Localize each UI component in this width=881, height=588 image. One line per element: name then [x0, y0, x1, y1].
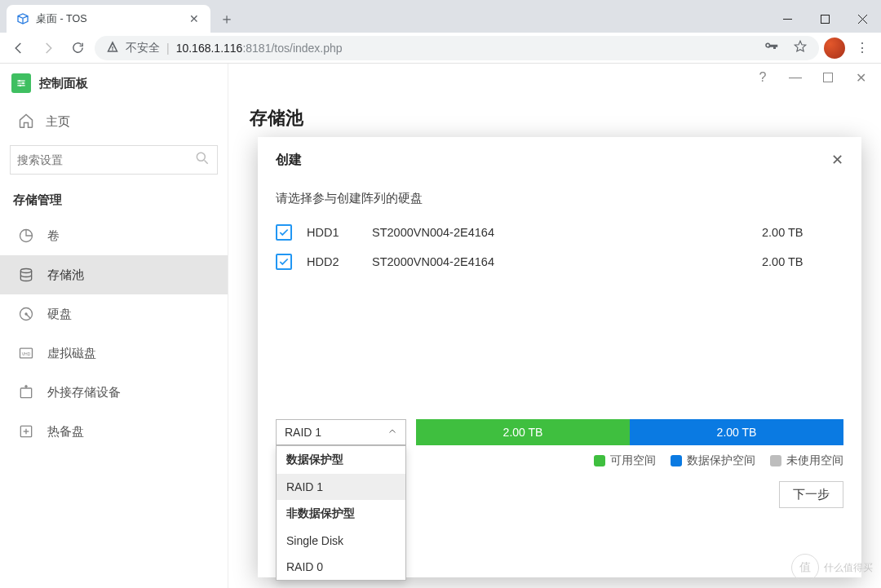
- external-drive-icon: [18, 384, 34, 400]
- search-box[interactable]: [10, 145, 218, 175]
- segment-protected: 2.00 TB: [630, 419, 843, 445]
- page-title: 存储池: [250, 106, 303, 130]
- svg-line-12: [26, 314, 30, 318]
- svg-rect-15: [20, 388, 31, 398]
- home-label: 主页: [46, 114, 70, 130]
- forward-button[interactable]: [36, 36, 60, 60]
- nav-label: 存储池: [47, 267, 84, 283]
- window-close-button[interactable]: [843, 5, 881, 33]
- watermark-icon: 值: [791, 554, 819, 581]
- window-minimize-button[interactable]: [768, 5, 806, 33]
- inner-close-button[interactable]: ✕: [852, 69, 870, 86]
- new-tab-button[interactable]: ＋: [215, 7, 238, 30]
- create-pool-modal: 创建 ✕ 请选择参与创建阵列的硬盘 HDD1 ST2000VN004-2E416…: [258, 137, 861, 577]
- space-bar: 2.00 TB 2.00 TB: [416, 419, 843, 445]
- legend-available: 可用空间: [594, 453, 656, 468]
- disk-row[interactable]: HDD2 ST2000VN004-2E4164 2.00 TB: [276, 247, 843, 276]
- url-text: 10.168.1.116:8181/tos/index.php: [176, 42, 343, 55]
- raid-selected-label: RAID 1: [285, 426, 321, 439]
- svg-point-7: [197, 153, 205, 161]
- dropdown-option-single[interactable]: Single Disk: [277, 528, 405, 554]
- legend-protected: 数据保护空间: [671, 453, 755, 468]
- modal-title: 创建: [276, 152, 302, 169]
- help-button[interactable]: ?: [754, 69, 772, 86]
- browser-titlebar: 桌面 - TOS ✕ ＋: [0, 0, 881, 33]
- reload-button[interactable]: [65, 36, 90, 60]
- search-icon[interactable]: [194, 150, 210, 170]
- dropdown-option-raid0[interactable]: RAID 0: [277, 554, 405, 580]
- address-bar[interactable]: 不安全 | 10.168.1.116:8181/tos/index.php: [95, 36, 819, 60]
- dropdown-group-protect: 数据保护型: [277, 446, 405, 474]
- window-maximize-button[interactable]: [806, 5, 843, 33]
- dropdown-group-noprotect: 非数据保护型: [277, 500, 405, 528]
- inner-minimize-button[interactable]: —: [786, 69, 804, 86]
- legend: 可用空间 数据保护空间 未使用空间: [594, 453, 843, 468]
- browser-tab[interactable]: 桌面 - TOS ✕: [7, 5, 210, 33]
- disk-row[interactable]: HDD1 ST2000VN004-2E4164 2.00 TB: [276, 218, 843, 247]
- disk-capacity: 2.00 TB: [762, 226, 843, 239]
- disk-model: ST2000VN004-2E4164: [372, 226, 762, 239]
- sidebar-item-storage-pool[interactable]: 存储池: [0, 255, 228, 294]
- raid-type-select[interactable]: RAID 1: [276, 419, 406, 445]
- checkbox-hdd2[interactable]: [276, 254, 292, 270]
- sidebar-item-external-storage[interactable]: 外接存储设备: [0, 373, 228, 412]
- key-icon[interactable]: [764, 39, 778, 56]
- nav-label: 卷: [47, 228, 60, 244]
- swatch-gray-icon: [770, 455, 781, 466]
- tab-title: 桌面 - TOS: [36, 12, 188, 26]
- tab-favicon-icon: [16, 12, 29, 25]
- sidebar-home[interactable]: 主页: [0, 103, 228, 140]
- star-icon[interactable]: [793, 39, 808, 56]
- home-icon: [18, 113, 34, 131]
- control-panel-icon: [11, 73, 31, 93]
- panel-title: 控制面板: [39, 76, 88, 91]
- modal-close-button[interactable]: ✕: [831, 151, 843, 169]
- swatch-blue-icon: [671, 455, 682, 466]
- svg-point-4: [19, 80, 20, 82]
- raid-dropdown: 数据保护型 RAID 1 非数据保护型 Single Disk RAID 0: [276, 445, 406, 581]
- svg-rect-1: [821, 15, 829, 23]
- svg-point-5: [22, 82, 24, 84]
- disk-model: ST2000VN004-2E4164: [372, 255, 762, 268]
- pie-icon: [18, 228, 34, 244]
- legend-unused: 未使用空间: [770, 453, 843, 468]
- checkbox-hdd1[interactable]: [276, 224, 292, 241]
- sidebar-item-hot-spare[interactable]: 热备盘: [0, 412, 228, 451]
- tab-close-button[interactable]: ✕: [188, 12, 201, 25]
- back-button[interactable]: [7, 36, 31, 60]
- inner-maximize-button[interactable]: [819, 69, 837, 86]
- svg-point-6: [20, 85, 21, 86]
- chevron-up-icon: [387, 426, 397, 439]
- sidebar-item-virtual-disk[interactable]: VHD 虚拟磁盘: [0, 334, 228, 373]
- browser-menu-button[interactable]: ⋮: [850, 40, 874, 55]
- nav-label: 虚拟磁盘: [47, 346, 96, 361]
- insecure-icon: [106, 40, 119, 55]
- disk-name: HDD1: [307, 226, 372, 239]
- window-controls: [768, 5, 881, 33]
- nav-label: 硬盘: [47, 307, 72, 322]
- profile-avatar[interactable]: [824, 38, 845, 59]
- modal-hint: 请选择参与创建阵列的硬盘: [276, 191, 843, 206]
- window-controls-inner: ? — ✕: [754, 69, 870, 86]
- vhd-icon: VHD: [18, 345, 34, 361]
- svg-point-9: [20, 269, 31, 273]
- disk-name: HDD2: [307, 255, 372, 268]
- insecure-label: 不安全: [126, 41, 160, 55]
- hot-spare-icon: [18, 423, 34, 440]
- section-storage-title: 存储管理: [0, 186, 228, 216]
- svg-text:VHD: VHD: [22, 351, 31, 356]
- nav-label: 外接存储设备: [47, 385, 121, 400]
- svg-line-8: [205, 161, 208, 164]
- sidebar: 控制面板 主页 存储管理 卷 存储池 硬盘 VHD 虚拟磁盘 外接: [0, 64, 228, 588]
- search-input[interactable]: [17, 153, 194, 166]
- segment-available: 2.00 TB: [416, 419, 630, 445]
- nav-label: 热备盘: [47, 424, 84, 440]
- hdd-icon: [18, 306, 34, 322]
- sidebar-item-disk[interactable]: 硬盘: [0, 294, 228, 334]
- swatch-green-icon: [594, 455, 605, 466]
- browser-toolbar: 不安全 | 10.168.1.116:8181/tos/index.php ⋮: [0, 33, 881, 64]
- dropdown-option-raid1[interactable]: RAID 1: [277, 474, 405, 500]
- disk-capacity: 2.00 TB: [762, 255, 843, 268]
- sidebar-item-volume[interactable]: 卷: [0, 216, 228, 255]
- next-button[interactable]: 下一步: [779, 481, 843, 508]
